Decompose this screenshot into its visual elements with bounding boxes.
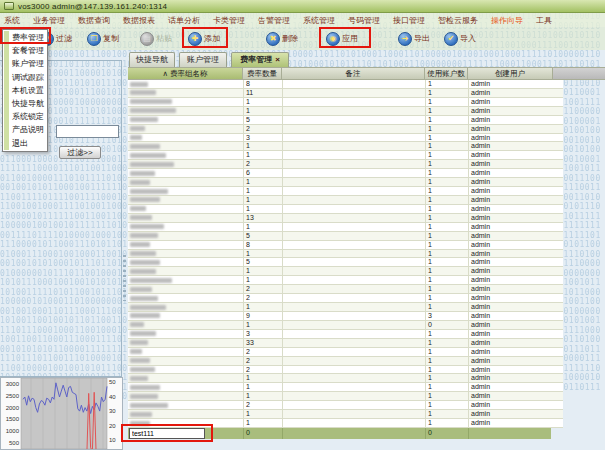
table-row[interactable]: 11admin [128,392,563,401]
rate-group-table[interactable]: 81admin111admin11admin11admin51admin21ad… [128,80,563,428]
cell-note [283,232,426,240]
context-menu-item-5[interactable]: 快捷导航 [9,97,47,110]
table-row[interactable]: 11admin [128,374,563,383]
table-row[interactable]: 81admin [128,80,563,89]
table-row[interactable]: 51admin [128,258,563,267]
cell-qty: 1 [244,383,283,391]
context-menu-item-0[interactable]: 费率管理 [9,31,47,44]
table-row[interactable]: 11admin [128,223,563,232]
table-row[interactable]: 11admin [128,187,563,196]
table-row[interactable]: 11admin [128,178,563,187]
cell-note [283,178,426,186]
cell-qty: 3 [244,134,283,142]
table-row[interactable]: 11admin [128,151,563,160]
table-row[interactable]: 11admin [128,267,563,276]
context-menu-item-1[interactable]: 套餐管理 [9,44,47,57]
context-menu-item-6[interactable]: 系统锁定 [9,110,47,123]
rate-group-name-input[interactable] [129,428,205,439]
menu-item-2[interactable]: 数据查询 [78,15,110,26]
menu-item-7[interactable]: 系统管理 [303,15,335,26]
table-row[interactable]: 11admin [128,276,563,285]
table-edit-row[interactable]: 0 0 [128,428,551,439]
context-menu-item-7[interactable]: 产品说明 [9,123,47,136]
context-menu-item-4[interactable]: 本机设置 [9,84,47,97]
table-row[interactable]: 21admin [128,366,563,375]
context-menu-item-3[interactable]: 调试跟踪 [9,71,47,84]
menu-item-5[interactable]: 卡类管理 [213,15,245,26]
menu-item-10[interactable]: 智检云服务 [438,15,478,26]
menu-item-11[interactable]: 操作向导 [491,15,523,26]
menu-item-12[interactable]: 工具 [536,15,552,26]
table-row[interactable]: 93admin [128,312,563,321]
toolbar-button-apply[interactable]: ◉应用 [326,30,358,47]
table-row[interactable]: 21admin [128,357,563,366]
table-row[interactable]: 10admin [128,321,563,330]
table-row[interactable]: 21admin [128,160,563,169]
table-row[interactable]: 51admin [128,116,563,125]
toolbar-button-delete[interactable]: ✖删除 [266,30,298,47]
menu-item-6[interactable]: 告警管理 [258,15,290,26]
table-row[interactable]: 11admin [128,98,563,107]
title-bar[interactable]: vos3000 admin@147.139.161.240:1314 [0,0,605,13]
table-row[interactable]: 21admin [128,285,563,294]
table-row[interactable]: 11admin [128,205,563,214]
table-row[interactable]: 11admin [128,410,563,419]
table-row[interactable]: 21admin [128,294,563,303]
edit-name-cell[interactable] [128,428,244,439]
column-header-4[interactable]: 创建用户 [468,67,553,80]
toolbar-button-copy[interactable]: ❒复制 [87,30,119,47]
cell-creator: admin [469,205,563,213]
table-row[interactable]: 11admin [128,303,563,312]
table-row[interactable]: 51admin [128,232,563,241]
table-row[interactable]: 111admin [128,89,563,98]
tab-1[interactable]: 账户管理 [179,52,227,67]
cell-qty: 11 [244,89,283,97]
table-row[interactable]: 81admin [128,241,563,250]
tab-close-icon[interactable]: × [275,55,280,64]
cell-creator: admin [469,214,563,222]
table-row[interactable]: 11admin [128,419,563,428]
table-row[interactable]: 21admin [128,401,563,410]
table-row[interactable]: 31admin [128,330,563,339]
cell-accounts: 1 [426,374,469,382]
table-row[interactable]: 11admin [128,107,563,116]
cell-creator: admin [469,339,563,347]
cell-name [128,303,244,311]
toolbar-button-export[interactable]: ➔导出 [398,30,430,47]
toolbar-button-add[interactable]: ✚添加 [188,30,220,47]
tab-2[interactable]: 费率管理× [231,52,289,67]
column-header-1[interactable]: 费率数量 [243,67,282,80]
svg-text:1500: 1500 [6,416,20,422]
filter-input[interactable] [56,125,119,138]
table-row[interactable]: 61admin [128,169,563,178]
redacted-name [130,421,150,426]
column-header-0[interactable]: ∧ 费率组名称 [128,67,243,80]
cell-qty: 1 [244,250,283,258]
cell-creator: admin [469,357,563,365]
table-row[interactable]: 21admin [128,348,563,357]
table-row[interactable]: 131admin [128,214,563,223]
table-row[interactable]: 11admin [128,142,563,151]
menu-item-9[interactable]: 接口管理 [393,15,425,26]
table-row[interactable]: 21admin [128,125,563,134]
table-row[interactable]: 331admin [128,339,563,348]
table-row[interactable]: 11admin [128,250,563,259]
tab-0[interactable]: 快捷导航 [129,52,175,67]
column-header-2[interactable]: 备注 [282,67,425,80]
redacted-name [130,215,152,220]
menu-item-3[interactable]: 数据报表 [123,15,155,26]
context-menu-item-8[interactable]: 退出 [9,137,47,150]
filter-button[interactable]: 过滤>> [59,146,101,159]
table-row[interactable]: 31admin [128,134,563,143]
menu-item-4[interactable]: 话单分析 [168,15,200,26]
table-row[interactable]: 11admin [128,196,563,205]
cell-qty: 5 [244,232,283,240]
table-row[interactable]: 11admin [128,383,563,392]
column-header-3[interactable]: 使用账户数 [425,67,468,80]
cell-creator: admin [469,151,563,159]
menu-item-8[interactable]: 号码管理 [348,15,380,26]
context-menu-item-2[interactable]: 账户管理 [9,57,47,70]
menu-item-0[interactable]: 系统 [4,15,20,26]
toolbar-button-import[interactable]: ✔导入 [444,30,476,47]
menu-item-1[interactable]: 业务管理 [33,15,65,26]
